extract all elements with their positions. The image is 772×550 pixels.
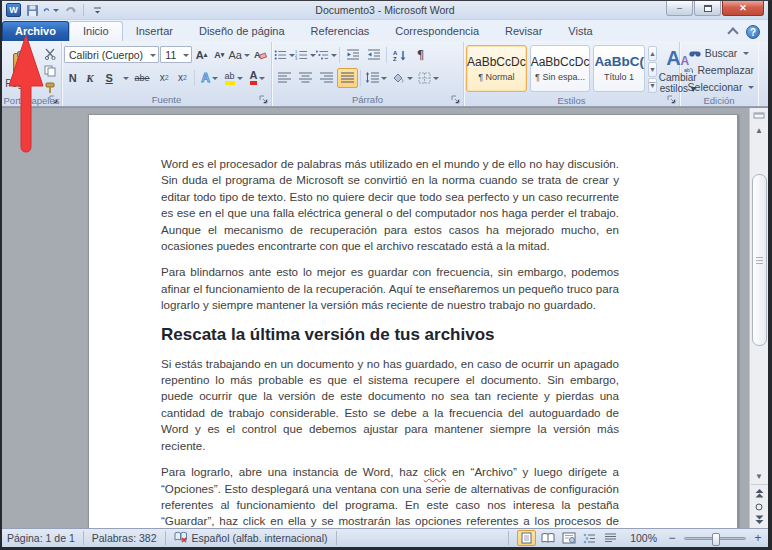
increase-indent-button[interactable] [363, 45, 384, 65]
select-caret-icon[interactable] [748, 86, 754, 92]
paste-dropdown-caret[interactable] [34, 83, 40, 89]
draft-view-button[interactable] [601, 530, 620, 546]
clear-formatting-button[interactable]: A [251, 45, 269, 64]
clipboard-dialog-launcher-icon[interactable] [49, 95, 58, 104]
font-color-caret-icon[interactable] [259, 77, 265, 83]
bullets-caret-icon[interactable] [289, 54, 295, 60]
scroll-up-icon[interactable]: ▲ [751, 123, 768, 138]
borders-caret-icon[interactable] [433, 77, 439, 83]
tab-diseno-de-pagina[interactable]: Diseño de página [186, 22, 298, 41]
scrollbar-thumb[interactable] [752, 174, 767, 346]
font-name-combo[interactable]: Calibri (Cuerpo) [64, 46, 159, 63]
justify-button[interactable] [337, 68, 358, 88]
font-color-button[interactable]: A [246, 68, 269, 87]
document-paragraph[interactable]: Si estás trabajando en un documento y no… [161, 356, 619, 454]
tab-revisar[interactable]: Revisar [492, 22, 555, 41]
tab-archivo[interactable]: Archivo [2, 21, 69, 41]
document-paragraph[interactable]: Word es el procesador de palabras más ut… [161, 156, 619, 254]
multilevel-list-button[interactable] [316, 45, 337, 65]
underline-button[interactable]: S [99, 68, 120, 87]
superscript-button[interactable]: x2 [174, 68, 191, 87]
undo-dropdown-caret[interactable] [53, 9, 59, 15]
help-icon[interactable]: ? [746, 25, 760, 39]
shrink-font-button[interactable]: A▾ [211, 45, 227, 64]
document-page[interactable]: Word es el procesador de palabras más ut… [88, 114, 738, 528]
cut-button[interactable] [41, 47, 59, 61]
align-right-button[interactable] [316, 68, 337, 88]
highlight-caret-icon[interactable] [237, 77, 243, 83]
proofing-status-icon[interactable] [172, 531, 190, 545]
align-center-button[interactable] [295, 68, 316, 88]
font-dialog-launcher-icon[interactable] [259, 95, 268, 104]
sort-button[interactable]: A Z [389, 45, 410, 65]
minimize-ribbon-icon[interactable] [726, 27, 740, 37]
tab-insertar[interactable]: Insertar [123, 22, 186, 41]
zoom-slider[interactable] [684, 537, 746, 540]
line-spacing-button[interactable] [363, 68, 389, 88]
styles-gallery-more-icon[interactable]: ▼— [648, 78, 657, 93]
change-case-button[interactable]: Aa [228, 45, 250, 64]
paste-button[interactable]: Pegar [4, 43, 41, 95]
style-heading1[interactable]: AaBbC( Título 1 [593, 45, 645, 92]
font-size-combo[interactable]: 11 [160, 46, 191, 63]
numbering-caret-icon[interactable] [310, 54, 316, 60]
zoom-in-button[interactable]: + [751, 531, 765, 545]
select-button[interactable]: Seleccionar [684, 79, 754, 95]
font-name-caret-icon[interactable] [150, 54, 156, 60]
paragraph-dialog-launcher-icon[interactable] [451, 95, 460, 104]
shading-button[interactable] [389, 68, 415, 88]
find-caret-icon[interactable] [743, 52, 749, 58]
underline-caret-icon[interactable] [123, 77, 129, 83]
close-button[interactable]: ✕ [722, 1, 764, 16]
font-size-caret-icon[interactable] [183, 54, 189, 60]
select-browse-object-icon[interactable] [751, 500, 768, 513]
zoom-out-button[interactable]: − [665, 531, 679, 545]
replace-button[interactable]: ab Reemplazar [684, 62, 754, 78]
print-layout-view-button[interactable] [517, 530, 536, 546]
align-left-button[interactable] [274, 68, 295, 88]
restore-button[interactable] [694, 1, 721, 16]
style-no-spacing[interactable]: AaBbCcDc ¶ Sin espa... [530, 45, 591, 92]
zoom-level[interactable]: 100% [630, 532, 657, 544]
line-spacing-caret-icon[interactable] [381, 77, 387, 83]
next-page-icon[interactable] [751, 513, 768, 526]
tab-correspondencia[interactable]: Correspondencia [382, 22, 492, 41]
grow-font-button[interactable]: A▴ [193, 45, 211, 64]
styles-scroll-down-icon[interactable]: ▼ [648, 62, 657, 77]
tab-inicio[interactable]: Inicio [69, 21, 123, 41]
redo-button[interactable] [62, 3, 78, 18]
tab-referencias[interactable]: Referencias [298, 22, 383, 41]
undo-button[interactable] [43, 3, 59, 18]
bold-button[interactable]: N [64, 68, 81, 87]
customize-qat-button[interactable] [89, 3, 105, 18]
zoom-slider-handle[interactable] [712, 533, 720, 546]
document-paragraph[interactable]: Para blindarnos ante esto lo mejor es gu… [161, 264, 619, 313]
language-status[interactable]: Español (alfab. internacional) [190, 532, 330, 544]
highlight-color-button[interactable]: ab [222, 68, 245, 87]
styles-dialog-launcher-icon[interactable] [667, 95, 676, 104]
multilevel-caret-icon[interactable] [331, 54, 337, 60]
word-count[interactable]: Palabras: 382 [90, 532, 159, 544]
scroll-down-icon[interactable]: ▼ [751, 469, 768, 484]
outline-view-button[interactable] [580, 530, 599, 546]
bullets-button[interactable] [274, 45, 295, 65]
shading-caret-icon[interactable] [407, 77, 413, 83]
text-effects-button[interactable]: A [198, 68, 221, 87]
document-paragraph[interactable]: Para lograrlo, abre una instancia de Wor… [161, 464, 619, 528]
subscript-button[interactable]: x2 [156, 68, 173, 87]
web-layout-view-button[interactable] [559, 530, 578, 546]
ruler-toggle-button[interactable] [751, 108, 768, 123]
find-button[interactable]: Buscar [684, 45, 754, 61]
styles-scroll-up-icon[interactable]: ▲ [648, 46, 657, 61]
page-count[interactable]: Página: 1 de 1 [5, 532, 77, 544]
decrease-indent-button[interactable] [342, 45, 363, 65]
vertical-scrollbar[interactable]: ▲ ▼ [749, 108, 768, 528]
tab-vista[interactable]: Vista [555, 22, 605, 41]
text-effects-caret-icon[interactable] [212, 77, 218, 83]
copy-button[interactable] [41, 64, 59, 78]
save-button[interactable] [24, 3, 40, 18]
scrollbar-track[interactable] [751, 138, 768, 469]
format-painter-button[interactable] [41, 81, 59, 95]
strikethrough-button[interactable]: abe [130, 68, 155, 87]
style-normal[interactable]: AaBbCcDc ¶ Normal [466, 45, 527, 92]
